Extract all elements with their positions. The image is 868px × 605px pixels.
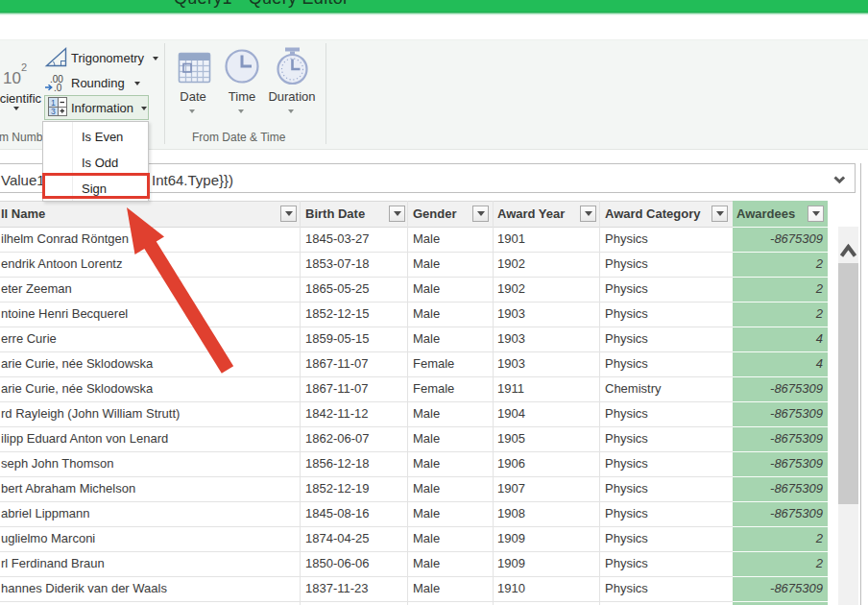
svg-text:.0: .0 (54, 83, 62, 93)
svg-text:3: 3 (51, 107, 56, 116)
